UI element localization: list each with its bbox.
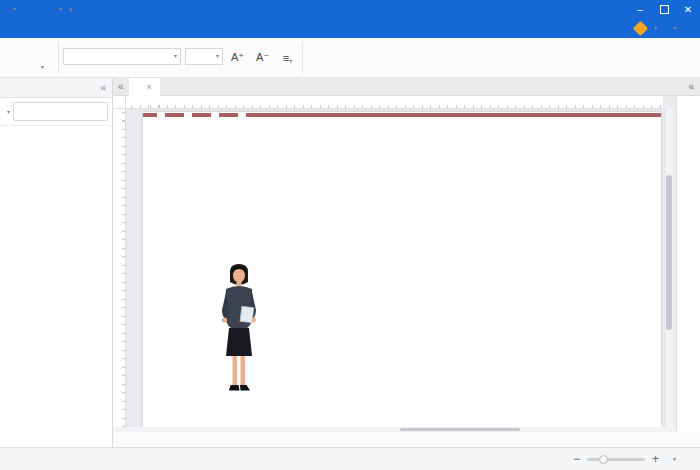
tabs-scroll-left-icon[interactable]: « <box>113 81 129 92</box>
doc-tab-close-icon[interactable]: × <box>147 82 152 92</box>
titlebar: ▾ ▾ ▾ – ✕ <box>0 0 700 18</box>
font-group: ▾ ▾ A⁺ A⁻ ≡▾ <box>63 48 298 68</box>
symbol-library-panel: « ▾ <box>0 78 113 447</box>
color-palette-bar <box>113 432 700 447</box>
quick-access-menu[interactable]: ▾ <box>69 6 73 13</box>
menu-tabs <box>0 18 10 38</box>
menubar: ▾ ▾ <box>0 18 700 38</box>
statusbar: − + ▾ <box>0 447 700 470</box>
symbol-search-input[interactable] <box>18 105 74 118</box>
decrease-font-button[interactable]: A⁻ <box>252 48 273 64</box>
font-size-select[interactable]: ▾ <box>185 48 223 65</box>
zoom-slider[interactable] <box>587 458 645 461</box>
ribbon: ▾ ▾ ▾ A⁺ A⁻ ≡▾ <box>0 38 700 78</box>
export-button[interactable]: ▾ <box>58 6 62 12</box>
canvas-vertical-scrollbar[interactable] <box>664 109 673 427</box>
zoom-out-button[interactable]: − <box>573 452 580 466</box>
menubar-right: ▾ ▾ <box>603 23 700 34</box>
paste-button[interactable]: ▾ <box>40 64 44 70</box>
collapse-library-icon[interactable]: « <box>100 82 106 93</box>
vip-badge-icon[interactable] <box>633 20 649 36</box>
drawing-canvas[interactable] <box>113 96 676 427</box>
close-button[interactable]: ✕ <box>676 0 700 18</box>
font-family-select[interactable]: ▾ <box>63 48 181 65</box>
maximize-button[interactable] <box>652 0 676 18</box>
hscroll-thumb[interactable] <box>400 428 520 431</box>
increase-font-button[interactable]: A⁺ <box>227 48 248 64</box>
doc-tabrow: « × « <box>113 78 700 96</box>
vscroll-thumb[interactable] <box>666 175 672 330</box>
align-menu-button[interactable]: ≡▾ <box>277 48 298 64</box>
connector-layer <box>113 96 676 427</box>
symbol-search-box[interactable] <box>13 102 108 121</box>
edraw-app: ▾ ▾ ▾ – ✕ ▾ ▾ <box>0 0 700 470</box>
zoom-slider-thumb[interactable] <box>599 455 608 464</box>
doc-tab-active[interactable]: × <box>129 78 160 96</box>
minimize-button[interactable]: – <box>628 0 652 18</box>
right-sidebar <box>676 96 700 447</box>
clipboard-group: ▾ <box>6 40 54 76</box>
undo-button[interactable]: ▾ <box>12 6 16 12</box>
collapse-right-panel-icon[interactable]: « <box>683 81 700 92</box>
zoom-in-button[interactable]: + <box>652 452 659 466</box>
